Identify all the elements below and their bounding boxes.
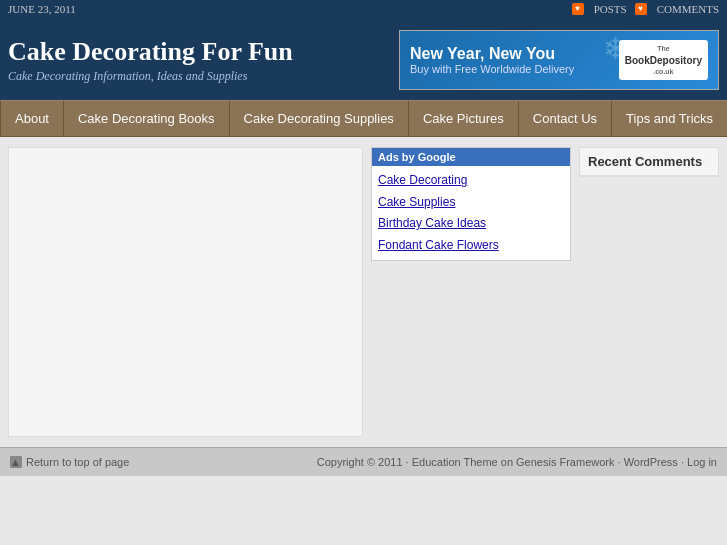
posts-feed-link[interactable]: POSTS (594, 3, 627, 15)
copyright-text: Copyright © 2011 · Education Theme on Ge… (317, 456, 717, 468)
nav-item-cake-decorating-books[interactable]: Cake Decorating Books (64, 101, 230, 136)
recent-comments-widget: Recent Comments (579, 147, 719, 177)
recent-comments-title: Recent Comments (580, 148, 718, 176)
main-nav: AboutCake Decorating BooksCake Decoratin… (0, 100, 727, 137)
ad-link[interactable]: Birthday Cake Ideas (378, 213, 564, 235)
book-depository-logo: The BookDepository .co.uk (619, 40, 708, 79)
ads-box: Ads by Google Cake DecoratingCake Suppli… (371, 147, 571, 261)
ad-link[interactable]: Fondant Cake Flowers (378, 235, 564, 257)
snowflake-decoration: ❄ (603, 31, 628, 66)
nav-item-tips-and-tricks[interactable]: Tips and Tricks (612, 101, 727, 136)
nav-item-cake-decorating-supplies[interactable]: Cake Decorating Supplies (230, 101, 409, 136)
nav-item-contact-us[interactable]: Contact Us (519, 101, 612, 136)
copyright-content: Copyright © 2011 · Education Theme on Ge… (317, 456, 717, 468)
main-content (8, 147, 363, 437)
return-top-icon: ▲ (10, 456, 22, 468)
nav-item-cake-pictures[interactable]: Cake Pictures (409, 101, 519, 136)
comments-feed-link[interactable]: COMMENTS (657, 3, 719, 15)
content-wrapper: Ads by Google Cake DecoratingCake Suppli… (0, 137, 727, 447)
site-branding: Cake Decorating For Fun Cake Decorating … (8, 37, 293, 84)
site-title: Cake Decorating For Fun (8, 37, 293, 67)
feed-links: ♥ POSTS ♥ COMMENTS (572, 3, 719, 15)
return-top-label: Return to top of page (26, 456, 129, 468)
banner-text: New Year, New You Buy with Free Worldwid… (410, 45, 574, 75)
site-header: Cake Decorating For Fun Cake Decorating … (0, 18, 727, 100)
date-label: JUNE 23, 2011 (8, 3, 76, 15)
top-bar: JUNE 23, 2011 ♥ POSTS ♥ COMMENTS (0, 0, 727, 18)
return-to-top[interactable]: ▲ Return to top of page (10, 456, 129, 468)
middle-column: Ads by Google Cake DecoratingCake Suppli… (371, 147, 571, 437)
logo-the: The (625, 44, 702, 53)
site-tagline: Cake Decorating Information, Ideas and S… (8, 69, 293, 84)
posts-feed-icon: ♥ (572, 3, 584, 15)
ads-header: Ads by Google (372, 148, 570, 166)
banner-headline: New Year, New You (410, 45, 574, 63)
ad-link[interactable]: Cake Supplies (378, 192, 564, 214)
banner-ad[interactable]: New Year, New You Buy with Free Worldwid… (399, 30, 719, 90)
comments-feed-icon: ♥ (635, 3, 647, 15)
banner-subtext: Buy with Free Worldwide Delivery (410, 63, 574, 75)
logo-domain: .co.uk (625, 67, 702, 76)
ad-link[interactable]: Cake Decorating (378, 170, 564, 192)
logo-name: BookDepository (625, 55, 702, 66)
nav-item-about[interactable]: About (0, 101, 64, 136)
sidebar: Recent Comments (579, 147, 719, 437)
site-footer: ▲ Return to top of page Copyright © 2011… (0, 447, 727, 476)
ads-links: Cake DecoratingCake SuppliesBirthday Cak… (372, 166, 570, 260)
